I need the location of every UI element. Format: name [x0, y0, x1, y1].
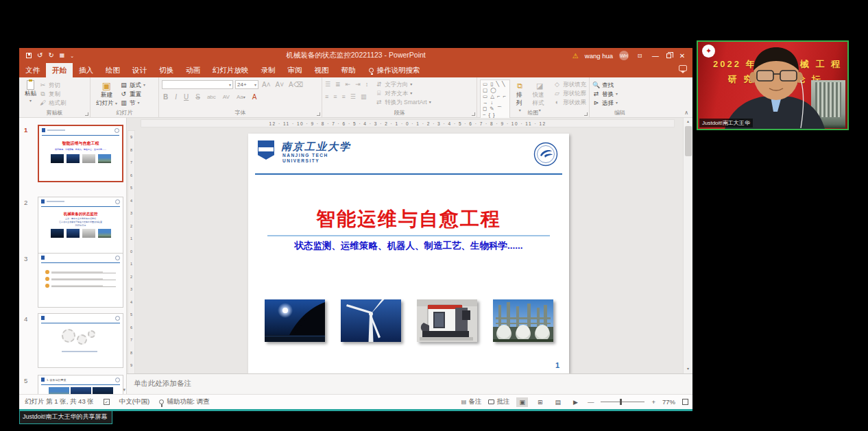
tab-animations[interactable]: 动画: [180, 63, 206, 77]
language-status[interactable]: 中文(中国): [119, 397, 149, 406]
drawing-dialog-launcher[interactable]: [584, 112, 588, 116]
align-right-icon[interactable]: ≡: [342, 93, 346, 100]
tab-draw[interactable]: 绘图: [99, 63, 126, 77]
warning-icon[interactable]: ⚠: [572, 52, 579, 60]
notes-toggle[interactable]: ▤备注: [461, 397, 482, 406]
slide-title[interactable]: 智能运维与自愈工程: [248, 206, 569, 232]
shape-fill-button[interactable]: ◇形状填充: [553, 80, 586, 89]
align-center-icon[interactable]: ≡: [333, 93, 337, 100]
wind-turbine-image[interactable]: [341, 299, 401, 342]
zoom-out-button[interactable]: —: [588, 398, 594, 406]
copy-button[interactable]: ⧉复制: [39, 90, 67, 99]
align-left-icon[interactable]: ≡: [325, 93, 328, 100]
tab-slideshow[interactable]: 幻灯片放映: [206, 63, 255, 77]
replace-button[interactable]: ⇄替换▾: [592, 90, 647, 99]
cnc-machine-image[interactable]: [417, 299, 477, 342]
thumbnail-scroll-down-icon[interactable]: ▾: [123, 387, 125, 393]
slide-5-thumbnail[interactable]: 1. 设备运行要求: [38, 375, 123, 394]
reading-view-button[interactable]: ▤: [552, 397, 564, 407]
reset-button[interactable]: ↺重置: [120, 90, 145, 99]
font-dialog-launcher[interactable]: [317, 112, 320, 116]
bullets-icon[interactable]: ☰: [325, 81, 330, 88]
tab-design[interactable]: 设计: [126, 63, 153, 77]
slide-3-thumbnail[interactable]: [38, 253, 123, 308]
chemical-plant-image[interactable]: [493, 299, 553, 342]
tab-home[interactable]: 开始: [46, 63, 73, 77]
align-text-button[interactable]: ⌸对齐文本▾: [375, 89, 431, 98]
slide-1-thumbnail[interactable]: 智能运维与自愈工程 状态监测、运维策略、机器人、制造工艺、生物科学……: [38, 125, 123, 182]
tab-view[interactable]: 视图: [309, 63, 335, 77]
horizontal-ruler[interactable]: 12 · 11 · 10 · 9 · 8 · 7 · 6 · 5 · 4 · 3…: [141, 119, 675, 127]
line-spacing-icon[interactable]: ↕: [365, 81, 369, 88]
slide-subtitle[interactable]: 状态监测、运维策略、机器人、制造工艺、生物科学......: [248, 240, 569, 252]
paragraph-dialog-launcher[interactable]: [472, 112, 475, 116]
slide-2-thumbnail[interactable]: 机械装备的状态监控 主讲：南京工业大学机电工程学院 江苏省工业装备数字制造及控制…: [38, 197, 123, 254]
clipboard-dialog-launcher[interactable]: [85, 112, 88, 116]
justify-icon[interactable]: ☰: [350, 93, 356, 100]
save-icon[interactable]: [26, 53, 32, 58]
tab-insert[interactable]: 插入: [73, 63, 99, 77]
slide-counter[interactable]: 幻灯片 第 1 张, 共 43 张: [25, 397, 94, 406]
clear-format-icon[interactable]: A⌫: [287, 81, 304, 88]
text-direction-button[interactable]: ⇵文字方向▾: [375, 80, 431, 89]
font-name-combo[interactable]: ▾: [162, 80, 233, 89]
font-size-combo[interactable]: 24+▾: [235, 80, 258, 89]
layout-button[interactable]: ▤版式▾: [120, 81, 145, 90]
format-painter-button[interactable]: 🖌格式刷: [39, 99, 67, 108]
slide-canvas[interactable]: 南京工业大学 NANJING TECH UNIVERSITY 智能运维与自愈工程…: [248, 134, 569, 373]
tell-me-search[interactable]: 操作说明搜索: [362, 63, 427, 77]
start-slideshow-icon[interactable]: ▦: [60, 53, 65, 58]
smartart-button[interactable]: ⇄转换为 SmartArt▾: [375, 98, 431, 107]
notes-pane[interactable]: 单击此处添加备注: [127, 373, 692, 394]
new-slide-button[interactable]: ▣ 新建 幻灯片 ▾: [93, 79, 120, 108]
fit-to-window-icon[interactable]: [682, 399, 688, 405]
italic-button[interactable]: I: [173, 93, 178, 101]
arrange-button[interactable]: ⧉ 排列 ▾: [514, 79, 527, 113]
underline-button[interactable]: U: [182, 93, 190, 101]
undo-icon[interactable]: ↺: [37, 52, 43, 59]
quick-styles-button[interactable]: ◪ 快速样式 ▾: [530, 79, 550, 113]
spellcheck-icon[interactable]: ✓: [104, 399, 110, 405]
webcam-overlay[interactable]: ✦ 2022 年 第 械 工 程 研 究 论 坛 Justdoit!南工大王华: [697, 40, 849, 130]
decrease-font-icon[interactable]: A˅: [274, 81, 286, 88]
paste-button[interactable]: 粘贴 ▾: [22, 79, 39, 108]
slide-4-thumbnail[interactable]: [38, 313, 123, 368]
shadow-button[interactable]: abc: [206, 94, 217, 100]
vertical-scrollbar[interactable]: ▴ ▾: [683, 118, 692, 394]
redo-icon[interactable]: ↻: [48, 52, 53, 59]
select-button[interactable]: ⊳选择▾: [592, 99, 647, 108]
accessibility-status[interactable]: 辅助功能: 调查: [159, 397, 209, 406]
account-name[interactable]: wang hua: [585, 52, 613, 60]
tab-review[interactable]: 审阅: [282, 63, 309, 77]
numbering-icon[interactable]: ≣: [335, 81, 341, 88]
cut-button[interactable]: ✂剪切: [39, 81, 67, 90]
change-case-button[interactable]: Aa▾: [235, 94, 247, 100]
scrollbar-thumb[interactable]: [685, 126, 692, 156]
customize-qat-icon[interactable]: ⌄: [70, 53, 74, 58]
char-spacing-button[interactable]: AV: [221, 94, 231, 100]
restore-button[interactable]: [666, 53, 671, 58]
notes-placeholder[interactable]: 单击此处添加备注: [134, 379, 191, 387]
tab-file[interactable]: 文件: [19, 63, 46, 77]
decrease-indent-icon[interactable]: ⇤: [346, 81, 351, 88]
zoom-slider-thumb[interactable]: [620, 399, 622, 405]
zoom-level[interactable]: 77%: [662, 398, 675, 406]
vertical-ruler[interactable]: 9 8 7 6 5 4 3 2 1 0 1 2 3 4 5 6 7 8 9: [128, 130, 135, 391]
slideshow-view-button[interactable]: ▶: [570, 397, 581, 407]
scroll-up-icon[interactable]: ▴: [684, 119, 692, 123]
columns-icon[interactable]: ▥: [361, 93, 367, 100]
ribbon-display-options-icon[interactable]: ⊡: [635, 53, 644, 59]
avatar[interactable]: WH: [619, 51, 629, 60]
zoom-slider[interactable]: [601, 402, 644, 402]
tab-record[interactable]: 录制: [255, 63, 282, 77]
section-button[interactable]: ▥节▾: [120, 99, 145, 108]
comments-toggle[interactable]: 批注: [488, 397, 509, 406]
shape-outline-button[interactable]: ▱形状轮廓: [553, 89, 586, 98]
close-button[interactable]: ✕: [677, 52, 687, 60]
find-button[interactable]: 🔍查找: [592, 81, 647, 90]
tab-transitions[interactable]: 切换: [153, 63, 180, 77]
solar-dish-image[interactable]: [265, 299, 325, 342]
increase-font-icon[interactable]: A˄: [261, 81, 272, 88]
tab-help[interactable]: 帮助: [335, 63, 362, 77]
bold-button[interactable]: B: [162, 93, 169, 101]
